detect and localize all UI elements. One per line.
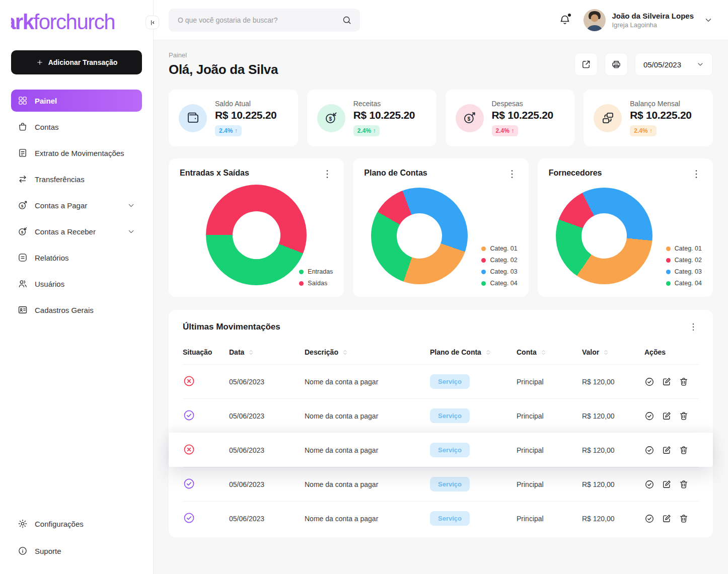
approve-button[interactable] xyxy=(644,514,654,524)
sidebar-item-relatorios[interactable]: Relatórios xyxy=(11,247,142,269)
delete-button[interactable] xyxy=(679,479,689,489)
table-row[interactable]: 05/06/2023Nome da conta a pagarServiçoPr… xyxy=(183,501,699,535)
cell-value: R$ 120,00 xyxy=(582,446,644,454)
cell-actions xyxy=(644,377,699,387)
status-check-circle-icon xyxy=(183,409,195,422)
edit-button[interactable] xyxy=(662,377,672,387)
stat-card-despesas: $DespesasR$ 10.225.202.4% ↑ xyxy=(446,90,575,146)
column-header-conta[interactable]: Conta xyxy=(517,348,582,356)
cell-account: Principal xyxy=(517,480,582,488)
legend-dot xyxy=(666,247,671,251)
sidebar-item-label: Transferências xyxy=(35,175,85,184)
coin-in-icon: $ xyxy=(324,111,338,125)
search-icon[interactable] xyxy=(342,15,352,25)
delete-button[interactable] xyxy=(679,377,689,387)
page-head-left: Painel Olá, João da Silva xyxy=(169,51,278,77)
cell-status xyxy=(183,375,229,389)
print-button[interactable] xyxy=(605,53,628,76)
edit-icon xyxy=(662,411,672,421)
legend-dot xyxy=(481,258,486,263)
sort-icon xyxy=(540,349,547,356)
approve-button[interactable] xyxy=(644,479,654,489)
cell-status xyxy=(183,443,229,457)
cell-description: Nome da conta a pagar xyxy=(305,446,430,454)
status-x-circle-icon xyxy=(183,375,195,387)
approve-button[interactable] xyxy=(644,411,654,421)
latest-transactions-card: Últimas Movimentações SituaçãoDataDescri… xyxy=(169,310,713,537)
export-button[interactable] xyxy=(574,53,598,76)
chart-head: Plano de Contas xyxy=(364,169,517,180)
export-icon xyxy=(581,59,591,69)
sidebar-item-cadastros-gerais[interactable]: Cadastros Gerais xyxy=(11,299,142,321)
printer-icon xyxy=(611,59,621,69)
sidebar-collapse-button[interactable] xyxy=(145,16,159,29)
plan-badge: Serviço xyxy=(430,374,470,389)
table-menu-button[interactable] xyxy=(688,322,699,333)
notification-dot xyxy=(568,14,571,17)
notifications-button[interactable] xyxy=(558,14,571,27)
sidebar-item-label: Contas xyxy=(35,123,59,131)
user-menu[interactable]: João da Silveira Lopes Igreja Lagoinha xyxy=(584,9,713,31)
sidebar-item-transferencias[interactable]: Transferências xyxy=(11,168,142,190)
cell-actions xyxy=(644,411,699,421)
legend-label: Categ. 02 xyxy=(490,257,517,264)
plan-badge: Serviço xyxy=(430,511,470,526)
column-header-valor[interactable]: Valor xyxy=(582,348,644,356)
stat-value: R$ 10.225.20 xyxy=(215,109,277,121)
sidebar-item-label: Painel xyxy=(35,97,57,105)
approve-button[interactable] xyxy=(644,445,654,455)
table-row[interactable]: 05/06/2023Nome da conta a pagarServiçoPr… xyxy=(169,433,713,467)
legend-label: Categ. 01 xyxy=(675,245,702,252)
sidebar-item-contas-a-receber[interactable]: $Contas a Receber xyxy=(11,220,142,242)
sidebar-item-extrato-de-movimentacoes[interactable]: Extrato de Movimentações xyxy=(11,142,142,164)
delete-button[interactable] xyxy=(679,445,689,455)
legend-dot xyxy=(666,270,671,274)
edit-button[interactable] xyxy=(662,411,672,421)
plan-badge: Serviço xyxy=(430,443,470,457)
sidebar-item-label: Suporte xyxy=(35,547,61,555)
sidebar-footer: ConfiguraçõesSuporte xyxy=(11,513,142,574)
sidebar-item-contas[interactable]: Contas xyxy=(11,116,142,138)
delete-button[interactable] xyxy=(679,411,689,421)
cell-date: 05/06/2023 xyxy=(229,412,305,420)
search-input[interactable] xyxy=(177,16,337,25)
kebab-icon xyxy=(688,322,698,332)
table-row[interactable]: 05/06/2023Nome da conta a pagarServiçoPr… xyxy=(183,364,699,398)
column-header-data[interactable]: Data xyxy=(229,348,305,356)
stat-label: Saldo Atual xyxy=(215,100,277,108)
legend-dot xyxy=(299,281,304,286)
chart-legend: Categ. 01Categ. 02Categ. 03Categ. 04 xyxy=(481,245,517,287)
edit-button[interactable] xyxy=(662,445,672,455)
add-transaction-button[interactable]: Adicionar Transação xyxy=(11,50,142,74)
sidebar-item-painel[interactable]: Painel xyxy=(11,90,142,112)
report-icon xyxy=(18,253,28,263)
charts-row: Entradas x SaídasEntradasSaídasPlano de … xyxy=(169,158,713,297)
chart-menu-button[interactable] xyxy=(691,169,702,180)
column-header-plano-de-conta[interactable]: Plano de Conta xyxy=(430,348,517,356)
table-row[interactable]: 05/06/2023Nome da conta a pagarServiçoPr… xyxy=(183,398,699,433)
date-picker[interactable]: 05/05/2023 xyxy=(635,53,713,76)
table-row[interactable]: 05/06/2023Nome da conta a pagarServiçoPr… xyxy=(183,467,699,501)
stat-delta-badge: 2.4% ↑ xyxy=(353,125,380,136)
stat-card-balanco-mensal: Balanço MensalR$ 10.225.202.4% ↑ xyxy=(584,90,713,146)
edit-button[interactable] xyxy=(662,479,672,489)
collapse-icon xyxy=(149,19,157,27)
page-head: Painel Olá, João da Silva 05/05/2023 xyxy=(169,51,713,77)
approve-button[interactable] xyxy=(644,377,654,387)
chart-menu-button[interactable] xyxy=(322,169,333,180)
trash-icon xyxy=(679,377,689,387)
legend-label: Categ. 04 xyxy=(675,280,702,287)
column-header-descricao[interactable]: Descrição xyxy=(305,348,430,356)
chart-menu-button[interactable] xyxy=(506,169,518,180)
delete-button[interactable] xyxy=(679,514,689,524)
legend-item: Categ. 04 xyxy=(666,280,702,287)
coin-in-icon: $ xyxy=(18,226,28,236)
legend-label: Categ. 03 xyxy=(675,268,702,275)
sidebar-item-configuracoes[interactable]: Configurações xyxy=(11,513,142,535)
sidebar-item-usuarios[interactable]: Usuários xyxy=(11,273,142,295)
chart-card-fornecedores: FornecedoresCateg. 01Categ. 02Categ. 03C… xyxy=(538,158,713,297)
sidebar-item-contas-a-pagar[interactable]: $Contas a Pagar xyxy=(11,194,142,216)
cell-actions xyxy=(644,514,699,524)
sidebar-item-suporte[interactable]: Suporte xyxy=(11,540,142,562)
edit-button[interactable] xyxy=(662,514,672,524)
